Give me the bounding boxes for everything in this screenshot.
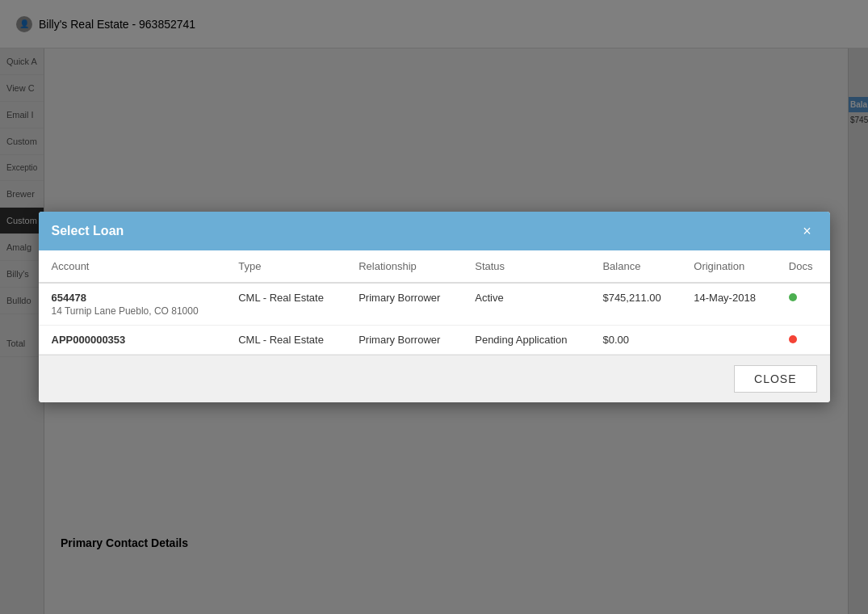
relationship-cell: Primary Borrower bbox=[346, 326, 462, 355]
account-address: 14 Turnip Lane Pueblo, CO 81000 bbox=[52, 305, 213, 317]
status-cell: Pending Application bbox=[462, 326, 589, 355]
modal-close-x-button[interactable]: × bbox=[798, 221, 817, 241]
close-button[interactable]: CLOSE bbox=[734, 365, 816, 393]
docs-cell bbox=[776, 283, 830, 326]
modal-header: Select Loan × bbox=[39, 212, 830, 250]
docs-cell bbox=[776, 326, 830, 355]
docs-status-icon bbox=[789, 335, 797, 343]
type-cell: CML - Real Estate bbox=[225, 326, 346, 355]
col-header-relationship: Relationship bbox=[346, 250, 462, 283]
select-loan-modal: Select Loan × Account Type Relationship … bbox=[39, 212, 830, 402]
origination-cell: 14-May-2018 bbox=[681, 283, 776, 326]
col-header-origination: Origination bbox=[681, 250, 776, 283]
status-cell: Active bbox=[462, 283, 589, 326]
account-cell: 654478 14 Turnip Lane Pueblo, CO 81000 bbox=[39, 283, 226, 326]
type-cell: CML - Real Estate bbox=[225, 283, 346, 326]
col-header-type: Type bbox=[225, 250, 346, 283]
account-cell: APP000000353 bbox=[39, 326, 226, 355]
col-header-docs: Docs bbox=[776, 250, 830, 283]
loan-table: Account Type Relationship Status Balance… bbox=[39, 250, 830, 355]
balance-cell: $0.00 bbox=[589, 326, 681, 355]
modal-footer: CLOSE bbox=[39, 355, 830, 402]
modal-body: Account Type Relationship Status Balance… bbox=[39, 250, 830, 355]
origination-cell bbox=[681, 326, 776, 355]
relationship-cell: Primary Borrower bbox=[346, 283, 462, 326]
col-header-status: Status bbox=[462, 250, 589, 283]
modal-title: Select Loan bbox=[52, 224, 124, 238]
table-row[interactable]: APP000000353 CML - Real Estate Primary B… bbox=[39, 326, 830, 355]
account-id: APP000000353 bbox=[52, 334, 213, 346]
table-row[interactable]: 654478 14 Turnip Lane Pueblo, CO 81000 C… bbox=[39, 283, 830, 326]
account-id: 654478 bbox=[52, 292, 213, 304]
col-header-balance: Balance bbox=[589, 250, 681, 283]
table-header-row: Account Type Relationship Status Balance… bbox=[39, 250, 830, 283]
docs-status-icon bbox=[789, 293, 797, 301]
col-header-account: Account bbox=[39, 250, 226, 283]
balance-cell: $745,211.00 bbox=[589, 283, 681, 326]
